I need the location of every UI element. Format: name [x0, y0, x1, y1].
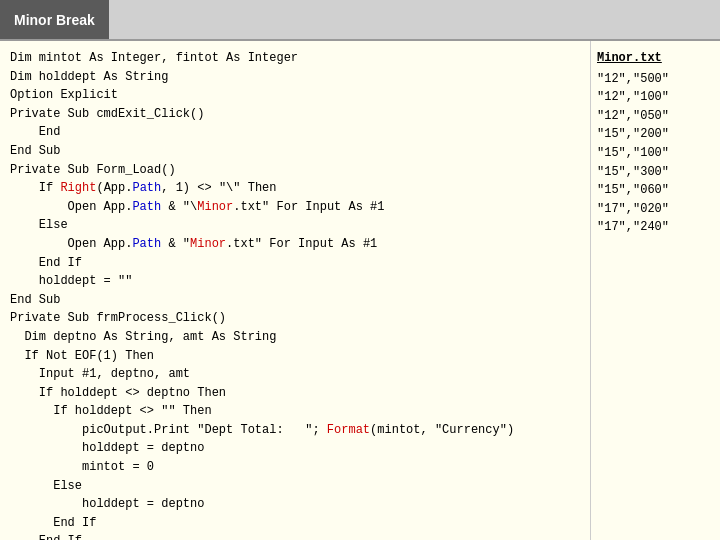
code-line: Private Sub frmProcess_Click()	[10, 309, 580, 328]
code-line: Else	[10, 477, 580, 496]
code-line: End Sub	[10, 142, 580, 161]
code-line: Input #1, deptno, amt	[10, 365, 580, 384]
code-line-path-minor2: Open App.Path & "Minor.txt" For Input As…	[10, 235, 580, 254]
code-line: End If	[10, 514, 580, 533]
code-line-right-path: If Right(App.Path, 1) <> "\" Then	[10, 179, 580, 198]
code-line: If Not EOF(1) Then	[10, 347, 580, 366]
code-line-path-minor: Open App.Path & "\Minor.txt" For Input A…	[10, 198, 580, 217]
side-data-row: "15","060"	[597, 181, 714, 200]
code-line: Dim holddept As String	[10, 68, 580, 87]
code-line: holddept = ""	[10, 272, 580, 291]
side-data-row: "12","050"	[597, 107, 714, 126]
code-line: Dim deptno As String, amt As String	[10, 328, 580, 347]
side-panel: Minor.txt "12","500" "12","100" "12","05…	[590, 41, 720, 540]
side-data-row: "17","020"	[597, 200, 714, 219]
side-data-row: "15","100"	[597, 144, 714, 163]
code-line: holddept = deptno	[10, 495, 580, 514]
code-line: End Sub	[10, 291, 580, 310]
side-data-row: "17","240"	[597, 218, 714, 237]
code-line: Private Sub cmdExit_Click()	[10, 105, 580, 124]
code-line: Private Sub Form_Load()	[10, 161, 580, 180]
code-panel: Dim mintot As Integer, fintot As Integer…	[0, 41, 590, 540]
code-line: If holddept <> deptno Then	[10, 384, 580, 403]
side-data-row: "12","500"	[597, 70, 714, 89]
code-line: End	[10, 123, 580, 142]
code-line: Option Explicit	[10, 86, 580, 105]
side-data-row: "12","100"	[597, 88, 714, 107]
code-line: Dim mintot As Integer, fintot As Integer	[10, 49, 580, 68]
code-line: mintot = 0	[10, 458, 580, 477]
window-title: Minor Break	[0, 0, 109, 39]
code-line: End If	[10, 254, 580, 273]
code-line: holddept = deptno	[10, 439, 580, 458]
code-line: picOutput.Print "Dept Total: "; Format(m…	[10, 421, 580, 440]
code-line: Else	[10, 216, 580, 235]
code-line: End If	[10, 532, 580, 540]
side-data-row: "15","300"	[597, 163, 714, 182]
side-panel-title: Minor.txt	[597, 49, 714, 68]
side-data-row: "15","200"	[597, 125, 714, 144]
code-line: If holddept <> "" Then	[10, 402, 580, 421]
